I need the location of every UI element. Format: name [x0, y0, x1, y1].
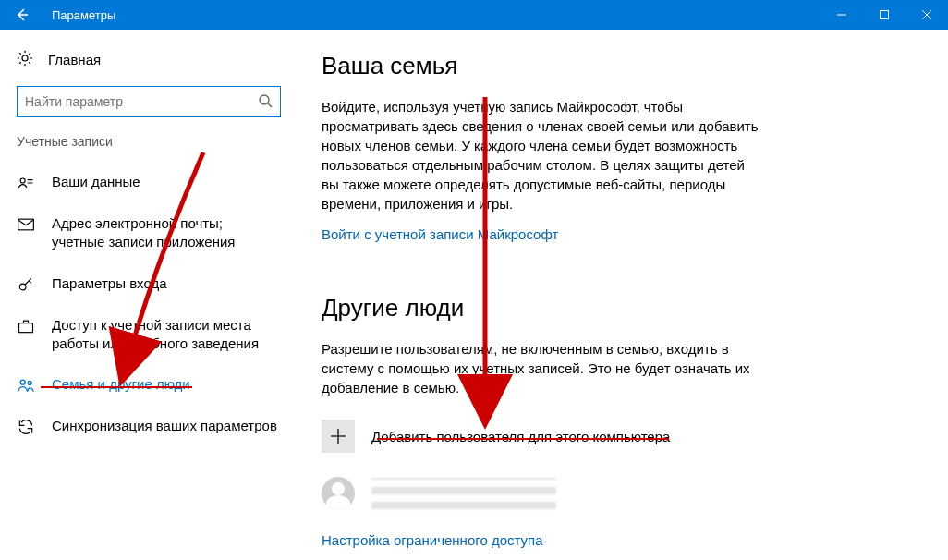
sidebar-item-label: Синхронизация ваших параметров [52, 417, 277, 435]
family-heading: Ваша семья [322, 52, 920, 80]
id-card-icon [17, 174, 35, 192]
user-name-obscured [371, 478, 556, 509]
minimize-icon [836, 9, 847, 20]
sidebar-item-label: Параметры входа [52, 274, 167, 293]
sidebar-item-family[interactable]: Семья и другие люди [7, 364, 286, 406]
close-button[interactable] [905, 0, 948, 30]
svg-point-4 [19, 284, 26, 290]
sidebar-item-your-info[interactable]: Ваши данные [7, 162, 286, 203]
close-icon [921, 9, 932, 20]
other-heading: Другие люди [322, 294, 920, 323]
back-button[interactable] [0, 0, 44, 30]
window-buttons [820, 0, 948, 30]
svg-point-6 [20, 380, 25, 384]
gear-icon [17, 50, 33, 69]
maximize-icon [879, 9, 890, 20]
nav-list: Ваши данные Адрес электронной почты; уче… [7, 162, 286, 447]
restricted-link[interactable]: Настройка ограниченного доступа [322, 532, 543, 548]
annotation-underline [377, 438, 669, 440]
svg-point-7 [28, 382, 31, 385]
svg-rect-3 [18, 219, 34, 230]
add-user-row[interactable]: Добавить пользователя для этого компьюте… [322, 420, 920, 453]
signin-link[interactable]: Войти с учетной записи Майкрософт [322, 226, 558, 242]
briefcase-icon [17, 317, 35, 335]
search-input[interactable] [25, 94, 258, 109]
mail-icon [17, 215, 35, 234]
annotation-underline [41, 386, 192, 388]
sidebar-item-label: Ваши данные [52, 173, 140, 191]
key-icon [17, 275, 35, 294]
sidebar-item-email-accounts[interactable]: Адрес электронной почты; учетные записи … [7, 203, 286, 263]
svg-rect-0 [881, 11, 889, 19]
sidebar-item-label: Семья и другие люди [52, 375, 190, 394]
minimize-button[interactable] [820, 0, 863, 30]
svg-point-2 [20, 178, 25, 183]
sidebar-heading: Учетные записи [7, 130, 286, 162]
people-icon [17, 376, 35, 395]
sidebar: Главная Учетные записи Ваши данные Адрес… [0, 30, 294, 560]
search-box[interactable] [17, 86, 281, 117]
sidebar-item-work-access[interactable]: Доступ к учетной записи места работы или… [7, 305, 286, 365]
user-row[interactable] [322, 477, 920, 510]
sidebar-item-label: Доступ к учетной записи места работы или… [52, 316, 277, 354]
sidebar-item-sync[interactable]: Синхронизация ваших параметров [7, 406, 286, 447]
titlebar: Параметры [0, 0, 948, 30]
avatar [322, 477, 355, 510]
svg-rect-5 [19, 323, 33, 332]
sidebar-item-label: Адрес электронной почты; учетные записи … [52, 214, 277, 252]
arrow-left-icon [15, 7, 30, 22]
sidebar-home[interactable]: Главная [7, 44, 286, 79]
search-icon [258, 93, 273, 111]
sidebar-item-signin-options[interactable]: Параметры входа [7, 263, 286, 305]
maximize-button[interactable] [863, 0, 905, 30]
family-body: Войдите, используя учетную запись Майкро… [322, 97, 765, 213]
other-body: Разрешите пользователям, не включенным в… [322, 339, 765, 397]
sync-icon [17, 418, 35, 436]
sidebar-home-label: Главная [48, 52, 101, 67]
main: Ваша семья Войдите, используя учетную за… [294, 30, 948, 560]
svg-point-1 [260, 95, 269, 104]
add-user-label: Добавить пользователя для этого компьюте… [371, 429, 670, 444]
plus-icon [322, 420, 355, 453]
window-title: Параметры [44, 8, 820, 22]
